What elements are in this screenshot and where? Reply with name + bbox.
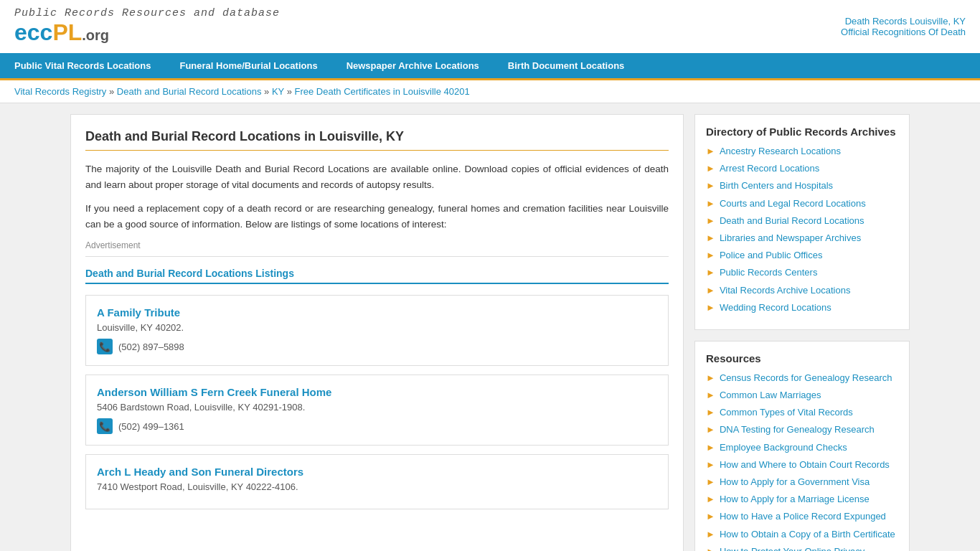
list-item: ►Birth Centers and Hospitals <box>706 179 898 192</box>
list-item: ►Arrest Record Locations <box>706 162 898 175</box>
res-link-10[interactable]: How to Protect Your Online Privacy <box>720 545 864 551</box>
top-links: Death Records Louisville, KY Official Re… <box>841 16 966 37</box>
arrow-icon: ► <box>706 390 715 400</box>
res-link-5[interactable]: How and Where to Obtain Court Records <box>720 458 890 471</box>
arrow-icon: ► <box>706 285 715 296</box>
phone-row-1: 📞 (502) 499–1361 <box>97 418 657 434</box>
nav-vital-records[interactable]: Public Vital Records Locations <box>0 53 165 78</box>
arrow-icon: ► <box>706 180 715 191</box>
breadcrumb-louisville[interactable]: Free Death Certificates in Louisville 40… <box>295 86 470 97</box>
arrow-icon: ► <box>706 442 715 453</box>
dir-link-5[interactable]: Libraries and Newspaper Archives <box>720 232 861 245</box>
listing-address-1: 5406 Bardstown Road, Louisville, KY 4029… <box>97 402 657 413</box>
nav-birth[interactable]: Birth Document Locations <box>494 53 639 78</box>
listing-name-2[interactable]: Arch L Heady and Son Funeral Directors <box>97 466 303 478</box>
main-nav: Public Vital Records Locations Funeral H… <box>0 53 980 80</box>
logo-pl: PL <box>52 19 82 45</box>
list-item: ►Employee Background Checks <box>706 441 898 454</box>
arrow-icon: ► <box>706 476 715 487</box>
phone-icon-1: 📞 <box>97 418 113 434</box>
listing-card: Anderson William S Fern Creek Funeral Ho… <box>85 375 669 446</box>
listing-address-2: 7410 Westport Road, Louisville, KY 40222… <box>97 481 657 492</box>
arrow-icon: ► <box>706 146 715 156</box>
list-item: ►Vital Records Archive Locations <box>706 284 898 297</box>
phone-row-0: 📞 (502) 897–5898 <box>97 339 657 354</box>
dir-link-3[interactable]: Courts and Legal Record Locations <box>720 197 866 210</box>
arrow-icon: ► <box>706 302 715 313</box>
breadcrumb-ky[interactable]: KY <box>272 86 284 97</box>
tagline: Public Records Resources and database <box>14 7 280 19</box>
list-item: ►How to Apply for a Government Visa <box>706 476 898 489</box>
dir-link-1[interactable]: Arrest Record Locations <box>720 162 819 175</box>
nav-funeral[interactable]: Funeral Home/Burial Locations <box>165 53 331 78</box>
arrow-icon: ► <box>706 529 715 540</box>
dir-link-2[interactable]: Birth Centers and Hospitals <box>720 179 833 192</box>
page-content: Death and Burial Record Locations in Lou… <box>60 103 920 551</box>
res-link-9[interactable]: How to Obtain a Copy of a Birth Certific… <box>720 528 895 541</box>
res-link-1[interactable]: Common Law Marriages <box>720 389 821 402</box>
dir-link-4[interactable]: Death and Burial Record Locations <box>720 215 864 227</box>
res-link-7[interactable]: How to Apply for a Marriage License <box>720 493 870 506</box>
top-bar: Public Records Resources and database ec… <box>0 0 980 53</box>
logo-ecc: ecc <box>14 19 52 45</box>
list-item: ►Census Records for Genealogy Research <box>706 372 898 385</box>
list-item: ►Public Records Centers <box>706 266 898 279</box>
logo-area: Public Records Resources and database ec… <box>14 7 280 46</box>
list-item: ►DNA Testing for Genealogy Research <box>706 423 898 436</box>
dir-link-0[interactable]: Ancestry Research Locations <box>720 145 841 158</box>
ad-divider <box>85 256 669 257</box>
list-item: ►Common Law Marriages <box>706 389 898 402</box>
dir-link-7[interactable]: Public Records Centers <box>720 266 818 279</box>
listing-card: Arch L Heady and Son Funeral Directors 7… <box>85 454 669 509</box>
top-link-death[interactable]: Death Records Louisville, KY <box>841 16 966 27</box>
arrow-icon: ► <box>706 163 715 174</box>
res-link-4[interactable]: Employee Background Checks <box>720 441 847 454</box>
directory-list: ►Ancestry Research Locations ►Arrest Rec… <box>706 145 898 314</box>
listing-address-0: Louisville, KY 40202. <box>97 322 657 333</box>
intro-para-1: The majority of the Louisville Death and… <box>85 161 669 192</box>
list-item: ►Ancestry Research Locations <box>706 145 898 158</box>
page-title: Death and Burial Record Locations in Lou… <box>85 129 669 151</box>
logo: eccPL.org <box>14 19 280 46</box>
breadcrumb-death-burial[interactable]: Death and Burial Record Locations <box>117 86 262 97</box>
top-link-official[interactable]: Official Recognitions Of Death <box>841 27 966 37</box>
dir-link-8[interactable]: Vital Records Archive Locations <box>720 284 851 297</box>
breadcrumb-vital-registry[interactable]: Vital Records Registry <box>14 86 106 97</box>
list-item: ►How and Where to Obtain Court Records <box>706 458 898 471</box>
res-link-3[interactable]: DNA Testing for Genealogy Research <box>720 423 875 436</box>
listing-card: A Family Tribute Louisville, KY 40202. 📞… <box>85 295 669 366</box>
res-link-8[interactable]: How to Have a Police Record Expunged <box>720 510 886 523</box>
arrow-icon: ► <box>706 546 715 551</box>
listings-header: Death and Burial Record Locations Listin… <box>85 268 669 284</box>
list-item: ►How to Have a Police Record Expunged <box>706 510 898 523</box>
list-item: ►Common Types of Vital Records <box>706 406 898 419</box>
arrow-icon: ► <box>706 250 715 260</box>
list-item: ►Police and Public Offices <box>706 249 898 262</box>
dir-link-6[interactable]: Police and Public Offices <box>720 249 823 262</box>
list-item: ►How to Apply for a Marriage License <box>706 493 898 506</box>
arrow-icon: ► <box>706 407 715 418</box>
sidebar: Directory of Public Records Archives ►An… <box>694 114 910 551</box>
listing-name-0[interactable]: A Family Tribute <box>97 306 180 319</box>
list-item: ►Wedding Record Locations <box>706 301 898 314</box>
listing-name-1[interactable]: Anderson William S Fern Creek Funeral Ho… <box>97 386 331 398</box>
res-link-2[interactable]: Common Types of Vital Records <box>720 406 853 419</box>
arrow-icon: ► <box>706 232 715 243</box>
phone-num-0: (502) 897–5898 <box>118 342 184 352</box>
list-item: ►Death and Burial Record Locations <box>706 215 898 227</box>
nav-newspaper[interactable]: Newspaper Archive Locations <box>332 53 494 78</box>
arrow-icon: ► <box>706 494 715 504</box>
sidebar-resources: Resources ►Census Records for Genealogy … <box>694 341 910 551</box>
arrow-icon: ► <box>706 267 715 278</box>
arrow-icon: ► <box>706 459 715 470</box>
arrow-icon: ► <box>706 424 715 435</box>
sidebar-directory: Directory of Public Records Archives ►An… <box>694 114 910 330</box>
breadcrumb: Vital Records Registry » Death and Buria… <box>0 80 980 103</box>
directory-title: Directory of Public Records Archives <box>706 126 898 138</box>
arrow-icon: ► <box>706 372 715 383</box>
res-link-0[interactable]: Census Records for Genealogy Research <box>720 372 892 385</box>
dir-link-9[interactable]: Wedding Record Locations <box>720 301 831 314</box>
logo-org: .org <box>82 27 109 43</box>
arrow-icon: ► <box>706 511 715 522</box>
res-link-6[interactable]: How to Apply for a Government Visa <box>720 476 870 489</box>
